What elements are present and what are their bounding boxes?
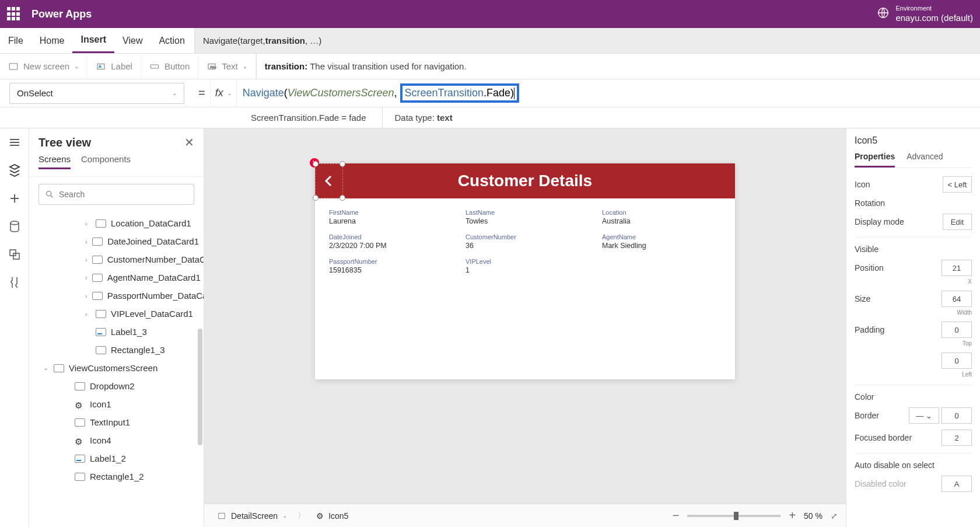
chevron-down-icon: ⌄: [243, 63, 247, 69]
prop-border-label: Border: [855, 411, 879, 420]
tree-view-icon[interactable]: [8, 163, 22, 177]
environment-picker[interactable]: Environment enayu.com (default): [877, 5, 973, 23]
prop-focused-border-value[interactable]: 2: [942, 430, 972, 446]
form-field: CustomerNumber36: [466, 233, 584, 250]
prop-border-style[interactable]: — ⌄: [909, 407, 939, 424]
tools-icon[interactable]: [8, 275, 22, 289]
menu-view[interactable]: View: [114, 28, 150, 53]
form-grid: FirstNameLaurena LastNameTowles Location…: [315, 198, 735, 379]
tree-tabs: Screens Components: [29, 154, 204, 177]
tab-screens[interactable]: Screens: [38, 154, 71, 169]
tree-item[interactable]: ›DateJoined_DataCard1: [29, 232, 204, 250]
tree-item[interactable]: Dropdown2: [29, 377, 204, 395]
menu-insert[interactable]: Insert: [72, 28, 114, 53]
tree-item[interactable]: TextInput1: [29, 413, 204, 431]
breadcrumb-screen[interactable]: DetailScreen ⌄: [212, 509, 292, 523]
insert-text-button[interactable]: Abc Text⌄: [198, 54, 256, 79]
tree-scrollbar[interactable]: [198, 329, 202, 445]
tree-item[interactable]: ⚙Icon4: [29, 431, 204, 449]
svg-rect-1: [9, 63, 18, 69]
prop-icon-value[interactable]: < Left: [943, 176, 972, 193]
tree-item[interactable]: ⌄ViewCustomersScreen: [29, 359, 204, 377]
insert-label-button[interactable]: Label: [88, 54, 141, 79]
insert-button-button[interactable]: Button: [141, 54, 198, 79]
prop-padding-label: Padding: [855, 325, 884, 334]
prop-padding-left[interactable]: 0: [942, 353, 972, 369]
prop-displaymode-value[interactable]: Edit: [943, 214, 972, 230]
tree-item[interactable]: Label1_2: [29, 449, 204, 467]
zoom-level: 50 %: [804, 511, 822, 521]
svg-rect-3: [150, 65, 159, 68]
prop-position-x[interactable]: 21: [942, 260, 972, 276]
fx-icon[interactable]: fx⌄: [210, 79, 237, 107]
tree-item[interactable]: ›Location_DataCard1: [29, 214, 204, 232]
form-field: PassportNumber15916835: [329, 258, 448, 274]
property-selector[interactable]: OnSelect ⌄: [9, 83, 184, 104]
menu-file[interactable]: File: [0, 28, 32, 53]
prop-size-width[interactable]: 64: [942, 291, 972, 307]
tree-item[interactable]: ›CustomerNumber_DataCard1: [29, 250, 204, 268]
media-icon[interactable]: [8, 247, 22, 261]
prop-border-width[interactable]: 0: [942, 407, 972, 424]
tree-item[interactable]: ›VIPLevel_DataCard1: [29, 305, 204, 323]
screen-title: Customer Details: [458, 172, 592, 190]
tab-properties[interactable]: Properties: [855, 152, 895, 167]
form-field: LastNameTowles: [466, 209, 584, 225]
tree-item[interactable]: ›PassportNumber_DataCard1: [29, 287, 204, 305]
tree-item[interactable]: ›AgentName_DataCard1: [29, 268, 204, 287]
svg-point-9: [47, 191, 51, 196]
prop-size-label: Size: [855, 294, 870, 303]
ribbon-bar: New screen⌄ Label Button Abc Text⌄ trans…: [0, 54, 980, 79]
app-launcher-icon[interactable]: [7, 7, 21, 21]
canvas-viewport[interactable]: ✕ Customer Details FirstNameLaurena Last…: [204, 128, 846, 504]
zoom-out-button[interactable]: −: [673, 509, 680, 522]
selected-back-icon[interactable]: ✕: [315, 163, 343, 198]
svg-rect-7: [10, 250, 16, 256]
prop-focused-border-label: Focused border: [855, 433, 912, 442]
chevron-down-icon: ⌄: [172, 90, 177, 96]
prop-color-label: Color: [855, 392, 874, 402]
close-icon[interactable]: ✕: [184, 135, 194, 149]
tree-view-title: Tree view: [38, 136, 91, 149]
chevron-down-icon: ⌄: [74, 63, 79, 69]
new-screen-button[interactable]: New screen⌄: [0, 54, 88, 79]
prop-font-preview[interactable]: A: [942, 476, 972, 492]
tree-item[interactable]: Label1_3: [29, 323, 204, 341]
tree-item[interactable]: Rectangle1_3: [29, 341, 204, 359]
tree-search-input[interactable]: [59, 190, 188, 199]
form-field: DateJoined2/3/2020 7:00 PM: [329, 233, 448, 250]
add-icon[interactable]: [8, 191, 22, 205]
form-field: VIPLevel1: [466, 258, 584, 274]
menu-action[interactable]: Action: [150, 28, 192, 53]
highlighted-argument: ScreenTransition.Fade): [400, 83, 519, 103]
formula-input[interactable]: Navigate(ViewCustomersScreen, ScreenTran…: [237, 83, 980, 103]
preview-screen: ✕ Customer Details FirstNameLaurena Last…: [315, 163, 735, 379]
zoom-in-button[interactable]: +: [789, 509, 796, 522]
tree-item[interactable]: ⚙Icon1: [29, 395, 204, 413]
zoom-slider[interactable]: [687, 515, 780, 517]
canvas-area: ✕ Customer Details FirstNameLaurena Last…: [204, 128, 846, 527]
parameter-help: transition:The visual transition used fo…: [256, 54, 980, 79]
left-rail: [0, 128, 29, 527]
tree-search[interactable]: [38, 184, 194, 205]
menu-bar: File Home Insert View Action Navigate(ta…: [0, 28, 980, 54]
fit-screen-icon[interactable]: ⤢: [831, 511, 838, 521]
tab-advanced[interactable]: Advanced: [907, 152, 943, 167]
tree-item[interactable]: Rectangle1_2: [29, 467, 204, 486]
zoom-controls: − + 50 % ⤢: [673, 509, 838, 522]
svg-rect-8: [13, 253, 19, 259]
tab-components[interactable]: Components: [81, 154, 131, 169]
prop-padding-top[interactable]: 0: [942, 322, 972, 338]
menu-home[interactable]: Home: [32, 28, 73, 53]
screen-header: ✕ Customer Details: [315, 163, 735, 198]
hamburger-icon[interactable]: [8, 135, 22, 149]
title-bar: Power Apps Environment enayu.com (defaul…: [0, 0, 980, 28]
form-field: AgentNameMark Siedling: [602, 233, 721, 250]
search-icon: [45, 190, 54, 199]
gear-icon: ⚙: [316, 511, 324, 521]
breadcrumb-element[interactable]: ⚙ Icon5: [312, 509, 353, 523]
prop-displaymode-label: Display mode: [855, 217, 904, 226]
data-icon[interactable]: [8, 219, 22, 233]
svg-text:Abc: Abc: [210, 65, 216, 69]
prop-icon-label: Icon: [855, 180, 870, 189]
